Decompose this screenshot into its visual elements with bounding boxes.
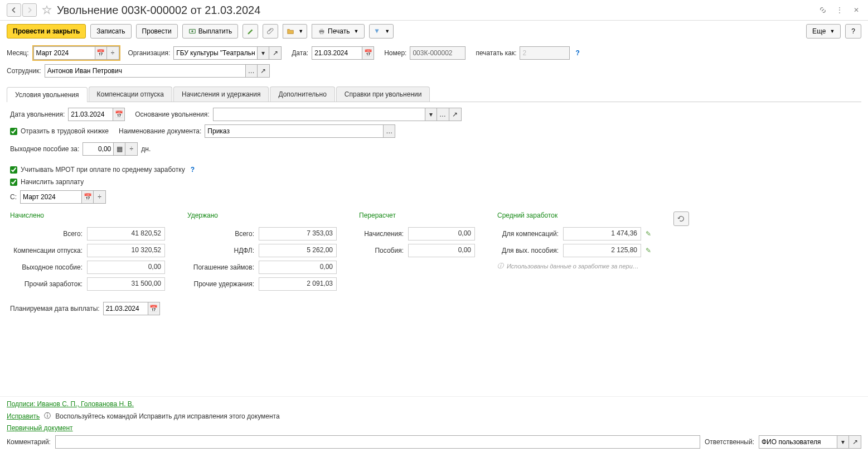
date-input[interactable]: [312, 46, 362, 60]
svg-rect-4: [320, 32, 323, 34]
severance-input[interactable]: [83, 142, 113, 156]
withheld-ndfl[interactable]: 5 262,00: [259, 244, 337, 257]
spinner-icon[interactable]: ÷: [94, 190, 106, 204]
attach-icon-button[interactable]: [263, 24, 278, 39]
accrued-other[interactable]: 31 500,00: [87, 277, 165, 291]
recalc-accruals[interactable]: 0,00: [408, 227, 475, 241]
nav-back-button[interactable]: [7, 3, 21, 17]
tab-certificates[interactable]: Справки при увольнении: [336, 86, 430, 102]
help-icon[interactable]: ?: [575, 49, 579, 57]
calendar-icon[interactable]: 📅: [148, 302, 160, 315]
workbook-checkbox[interactable]: [10, 128, 17, 135]
info-text: Использованы данные о заработке за пери…: [507, 263, 639, 270]
fix-hint: Воспользуйтесь командой Исправить для ис…: [55, 412, 279, 420]
dismissal-date-label: Дата увольнения:: [10, 110, 65, 118]
month-label: Месяц:: [7, 49, 29, 57]
spinner-icon[interactable]: ÷: [107, 46, 119, 60]
accrued-vacation[interactable]: 10 320,52: [87, 244, 165, 257]
mrot-checkbox[interactable]: [10, 166, 17, 174]
date-label: Дата:: [292, 49, 308, 57]
average-sev[interactable]: 2 125,80: [563, 244, 641, 257]
calendar-icon[interactable]: 📅: [95, 46, 107, 60]
dismissal-reason-label: Основание увольнения:: [135, 110, 209, 118]
nav-forward-button[interactable]: [22, 3, 37, 17]
open-icon[interactable]: ↗: [258, 64, 270, 78]
print-button[interactable]: Печать▼: [312, 24, 365, 39]
folder-icon-button[interactable]: ▼: [283, 24, 307, 39]
edit-green-icon-button[interactable]: [243, 24, 258, 39]
print-as-input[interactable]: [520, 46, 570, 60]
calendar-icon[interactable]: 📅: [81, 190, 94, 204]
tab-additional[interactable]: Дополнительно: [270, 86, 334, 102]
help-button[interactable]: ?: [845, 24, 861, 39]
ellipsis-icon[interactable]: …: [245, 64, 258, 78]
calendar-icon[interactable]: 📅: [362, 46, 374, 60]
employee-input[interactable]: [45, 64, 245, 78]
primary-doc-link[interactable]: Первичный документ: [7, 424, 73, 432]
accrued-title: Начислено: [10, 211, 165, 219]
action-icon-button[interactable]: ▼: [369, 24, 394, 39]
pencil-icon[interactable]: ✎: [646, 230, 651, 238]
ellipsis-icon[interactable]: …: [383, 124, 395, 138]
help-icon[interactable]: ?: [191, 166, 195, 174]
pencil-icon[interactable]: ✎: [646, 247, 651, 254]
employee-label: Сотрудник:: [7, 67, 41, 75]
salary-checkbox[interactable]: [10, 179, 17, 186]
fix-link[interactable]: Исправить: [7, 412, 40, 420]
dismissal-date-input[interactable]: [68, 108, 113, 121]
planned-pay-input[interactable]: [103, 302, 148, 315]
recalc-benefits[interactable]: 0,00: [408, 244, 475, 257]
refresh-button[interactable]: [673, 211, 689, 226]
signatures-link[interactable]: Подписи: Иванов С. П., Голованова Н. В.: [7, 400, 134, 408]
post-and-close-button[interactable]: Провести и закрыть: [7, 24, 86, 39]
org-input[interactable]: [173, 46, 257, 60]
dropdown-icon[interactable]: ▾: [837, 435, 849, 449]
tab-conditions[interactable]: Условия увольнения: [7, 87, 88, 102]
doc-name-input[interactable]: [205, 124, 383, 138]
from-input[interactable]: [20, 190, 81, 204]
post-button[interactable]: Провести: [136, 24, 178, 39]
comment-label: Комментарий:: [7, 438, 51, 446]
open-icon[interactable]: ↗: [449, 108, 462, 121]
more-button[interactable]: Еще▼: [806, 24, 841, 39]
calc-icon[interactable]: ▦: [113, 142, 125, 156]
accrued-total[interactable]: 41 820,52: [87, 227, 165, 241]
spinner-icon[interactable]: ÷: [125, 142, 138, 156]
info-icon: ⓘ: [44, 411, 51, 421]
close-icon[interactable]: ✕: [851, 5, 861, 15]
open-icon[interactable]: ↗: [849, 435, 861, 449]
menu-dots-icon[interactable]: ⋮: [835, 5, 845, 15]
link-icon[interactable]: [818, 5, 828, 15]
average-section: Средний заработок Для компенсаций:1 474,…: [497, 211, 651, 270]
responsible-label: Ответственный:: [705, 438, 754, 446]
planned-pay-label: Планируемая дата выплаты:: [10, 305, 100, 312]
accrued-severance[interactable]: 0,00: [87, 261, 165, 274]
toolbar: Провести и закрыть Записать Провести Вып…: [0, 21, 868, 42]
average-title: Средний заработок: [497, 211, 651, 219]
tab-content: Дата увольнения: 📅 Основание увольнения:…: [0, 102, 868, 396]
org-label: Организация:: [128, 49, 171, 57]
open-icon[interactable]: ↗: [269, 46, 282, 60]
pay-button[interactable]: Выплатить: [182, 24, 239, 39]
withheld-other[interactable]: 2 091,03: [259, 277, 337, 291]
severance-label: Выходное пособие за:: [10, 145, 79, 153]
ellipsis-icon[interactable]: …: [437, 108, 449, 121]
comment-input[interactable]: [55, 435, 700, 449]
tab-vacation-comp[interactable]: Компенсации отпуска: [89, 86, 172, 102]
month-input[interactable]: [33, 46, 95, 60]
calendar-icon[interactable]: 📅: [113, 108, 125, 121]
responsible-input[interactable]: [759, 435, 837, 449]
favorite-star-icon[interactable]: [41, 4, 52, 16]
withheld-total[interactable]: 7 353,03: [259, 227, 337, 241]
average-comp[interactable]: 1 474,36: [563, 227, 641, 241]
save-button[interactable]: Записать: [90, 24, 131, 39]
recalc-title: Перерасчет: [359, 211, 475, 219]
number-input: [410, 46, 465, 60]
dropdown-icon[interactable]: ▾: [425, 108, 437, 121]
withheld-loans[interactable]: 0,00: [259, 261, 337, 274]
dismissal-reason-input[interactable]: [213, 108, 425, 121]
tab-accruals[interactable]: Начисления и удержания: [173, 86, 269, 102]
dropdown-icon[interactable]: ▾: [257, 46, 269, 60]
window-title: Увольнение 003К-000002 от 21.03.2024: [57, 4, 818, 17]
window-header: Увольнение 003К-000002 от 21.03.2024 ⋮ ✕: [0, 0, 868, 21]
